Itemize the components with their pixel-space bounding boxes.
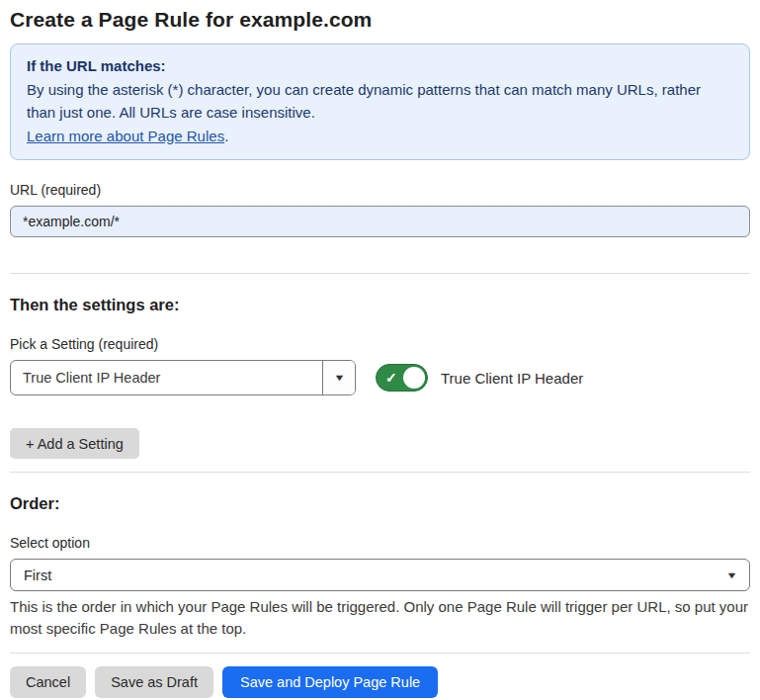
pick-setting-select[interactable]: True Client IP Header ▼ xyxy=(10,360,356,395)
toggle-knob xyxy=(403,367,425,389)
add-setting-button[interactable]: + Add a Setting xyxy=(10,428,139,459)
order-section-heading: Order: xyxy=(10,494,750,513)
url-input[interactable] xyxy=(10,206,750,237)
learn-more-link[interactable]: Learn more about Page Rules xyxy=(27,128,224,144)
link-period: . xyxy=(224,128,228,144)
save-as-draft-button[interactable]: Save as Draft xyxy=(95,666,213,698)
cancel-button[interactable]: Cancel xyxy=(10,666,86,698)
divider xyxy=(10,653,750,654)
pick-setting-selected-value: True Client IP Header xyxy=(11,361,322,394)
settings-section-heading: Then the settings are: xyxy=(10,296,750,314)
info-box-link-line: Learn more about Page Rules. xyxy=(27,125,733,148)
footer-actions: Cancel Save as Draft Save and Deploy Pag… xyxy=(10,666,750,698)
page-title: Create a Page Rule for example.com xyxy=(10,6,750,34)
info-box-body: By using the asterisk (*) character, you… xyxy=(27,78,733,125)
chevron-down-icon: ▼ xyxy=(333,373,345,383)
url-match-info-box: If the URL matches: By using the asteris… xyxy=(10,44,750,160)
setting-row: True Client IP Header ▼ ✓ True Client IP… xyxy=(10,360,750,395)
order-help-text: This is the order in which your Page Rul… xyxy=(10,596,750,639)
chevron-down-icon: ▼ xyxy=(725,570,737,580)
order-select[interactable]: First ▼ xyxy=(10,559,750,591)
divider xyxy=(10,472,750,473)
url-field-label: URL (required) xyxy=(10,182,750,198)
info-box-body-text: By using the asterisk (*) character, you… xyxy=(27,81,701,122)
check-icon: ✓ xyxy=(385,371,397,385)
info-box-heading: If the URL matches: xyxy=(27,54,733,78)
pick-setting-label: Pick a Setting (required) xyxy=(10,336,750,352)
save-and-deploy-button[interactable]: Save and Deploy Page Rule xyxy=(222,666,438,698)
true-client-ip-toggle[interactable]: ✓ xyxy=(376,364,428,392)
toggle-label: True Client IP Header xyxy=(441,370,583,387)
pick-setting-arrow-button[interactable]: ▼ xyxy=(322,361,355,394)
order-select-label: Select option xyxy=(10,535,750,551)
order-selected-value: First xyxy=(24,568,51,583)
page-rule-form: Create a Page Rule for example.com If th… xyxy=(0,0,760,700)
divider xyxy=(10,273,750,274)
